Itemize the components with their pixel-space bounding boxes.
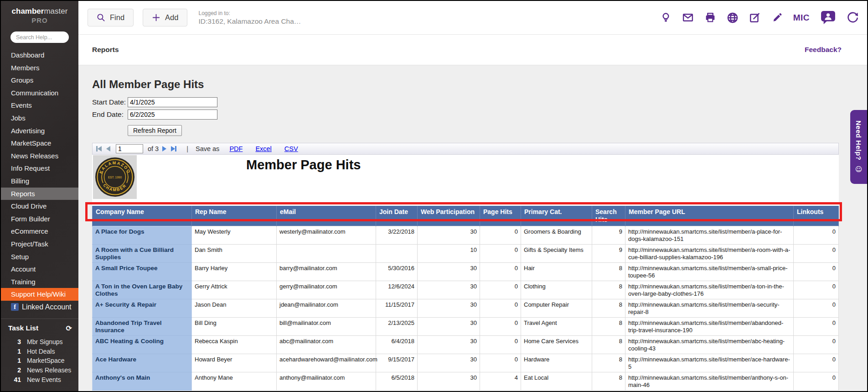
col-header-company-name[interactable]: Company Name	[93, 206, 192, 226]
cell-primary-cat: Gifts & Specialty Items	[521, 245, 592, 263]
cell-web-participation: 30	[418, 336, 480, 354]
sidebar-item-dashboard[interactable]: Dashboard	[1, 49, 78, 62]
page-number-input[interactable]	[116, 144, 143, 153]
cell-search-hits: 9	[592, 226, 625, 245]
cell-rep-name: Jason Dean	[192, 299, 277, 318]
printer-icon[interactable]	[704, 12, 716, 23]
report-content: All Member Page Hits Start Date: End Dat…	[78, 65, 867, 391]
sidebar-item-linked-account[interactable]: f Linked Account	[1, 301, 78, 314]
search-help-input[interactable]	[10, 31, 69, 43]
next-page-button[interactable]	[162, 146, 166, 152]
save-as-link-pdf[interactable]: PDF	[229, 145, 243, 152]
col-header-rep-name[interactable]: Rep Name	[192, 206, 277, 226]
end-date-input[interactable]	[128, 110, 217, 120]
report-document: KALAMAZOO CHAMBER EST. 1990 Member Page …	[92, 155, 839, 392]
col-header-web-participation[interactable]: Web Participation	[418, 206, 480, 226]
sidebar-item-communication[interactable]: Communication	[1, 87, 78, 99]
task-item[interactable]: 2 News Releases	[8, 366, 72, 375]
need-help-label: Need Help?	[855, 120, 863, 161]
cell-primary-cat: Travel Agent	[521, 318, 592, 336]
cell-rep-name: May Westerly	[192, 226, 277, 245]
cell-join-date	[376, 245, 418, 263]
cell-member-page-url: http://minnewaukan.smartcms.site/list/me…	[625, 372, 794, 391]
pager-separator: |	[186, 145, 188, 152]
col-header-primary-cat[interactable]: Primary Cat.	[521, 206, 592, 226]
col-header-search-hits[interactable]: Search Hits	[592, 206, 625, 226]
find-button[interactable]: Find	[88, 9, 134, 26]
first-page-button[interactable]	[96, 146, 102, 152]
task-item[interactable]: 41 New Events	[8, 375, 72, 385]
logo-center-text: EST. 1990	[108, 176, 122, 179]
sidebar-item-setup[interactable]: Setup	[1, 251, 78, 263]
cell-primary-cat: Computer Repair	[521, 299, 592, 318]
save-as-link-excel[interactable]: Excel	[255, 145, 271, 152]
task-item[interactable]: 1 Hot Deals	[8, 347, 72, 356]
save-as-label: Save as	[196, 145, 219, 152]
sidebar-item-reports[interactable]: Reports	[1, 188, 78, 200]
cell-page-hits: 0	[480, 263, 521, 281]
cell-join-date: 6/5/2018	[376, 372, 418, 391]
sidebar-item-project-task[interactable]: Project/Task	[1, 238, 78, 251]
sidebar-item-advertising[interactable]: Advertising	[1, 125, 78, 137]
cell-join-date: 2/13/2025	[376, 318, 418, 336]
col-header-linkouts[interactable]: Linkouts	[794, 206, 839, 226]
task-item-hot-deals: Hot Deals	[27, 347, 55, 356]
cell-linkouts: 0	[794, 354, 839, 372]
sidebar-item-marketspace[interactable]: MarketSpace	[1, 137, 78, 150]
col-header-member-page-url[interactable]: Member Page URL	[625, 206, 794, 226]
cell-member-page-url: http://minnewaukan.smartcms.site/list/me…	[625, 318, 794, 336]
sidebar-item-groups[interactable]: Groups	[1, 74, 78, 87]
pencil-icon[interactable]	[771, 12, 783, 23]
col-header-page-hits[interactable]: Page Hits	[480, 206, 521, 226]
sidebar-item-billing[interactable]: Billing	[1, 175, 78, 188]
sidebar-item-support-help-wiki[interactable]: Support Help/Wiki	[1, 288, 78, 301]
task-refresh-icon[interactable]: ⟳	[66, 324, 72, 333]
prev-page-button[interactable]	[106, 146, 110, 152]
cell-member-page-url: http://minnewaukan.smartcms.site/list/me…	[625, 336, 794, 354]
task-item-mbr-signups: Mbr Signups	[27, 337, 63, 347]
sidebar-item-members[interactable]: Members	[1, 62, 78, 74]
mic-button[interactable]: MIC	[793, 13, 810, 23]
lightbulb-icon[interactable]	[660, 12, 672, 23]
task-item[interactable]: 3 Mbr Signups	[8, 337, 72, 347]
sidebar-item-events[interactable]: Events	[1, 99, 78, 112]
add-button[interactable]: Add	[143, 9, 187, 26]
start-date-input[interactable]	[128, 97, 217, 107]
add-label: Add	[165, 13, 178, 22]
sidebar-item-form-builder[interactable]: Form Builder	[1, 213, 78, 225]
sidebar-item-account[interactable]: Account	[1, 263, 78, 276]
smiley-icon: ☺	[855, 165, 863, 173]
sidebar-item-news-releases[interactable]: News Releases	[1, 150, 78, 162]
cell-member-page-url: http://minnewaukan.smartcms.site/list/me…	[625, 354, 794, 372]
save-as-link-csv[interactable]: CSV	[284, 145, 298, 152]
chat-person-icon[interactable]	[820, 10, 836, 25]
cell-join-date: 11/15/2017	[376, 299, 418, 318]
cell-email: westerly@mailinator.com	[277, 226, 376, 245]
table-row: Ace Hardware Howard Beyer acehardwarehow…	[93, 354, 839, 372]
col-header-join-date[interactable]: Join Date	[376, 206, 418, 226]
sidebar-item-info-request[interactable]: Info Request	[1, 162, 78, 175]
cell-search-hits: 8	[592, 318, 625, 336]
sidebar-item-cloud-drive[interactable]: Cloud Drive	[1, 200, 78, 213]
col-header-email[interactable]: eMail	[277, 206, 376, 226]
envelope-icon[interactable]	[682, 12, 694, 23]
table-header-row: Company Name Rep Name eMail Join Date We…	[93, 206, 839, 226]
compose-icon[interactable]	[749, 12, 761, 24]
refresh-icon[interactable]	[847, 11, 859, 24]
task-count: 41	[8, 375, 21, 385]
table-row: A Room with a Cue Billiard Supplies Dan …	[93, 245, 839, 263]
need-help-tab[interactable]: Need Help? ☺	[850, 110, 867, 184]
sidebar-item-jobs[interactable]: Jobs	[1, 112, 78, 125]
task-item[interactable]: 1 MarketSpace	[8, 356, 72, 366]
cell-page-hits: 4	[480, 372, 521, 391]
sidebar-item-ecommerce[interactable]: eCommerce	[1, 225, 78, 238]
chamber-logo-box: KALAMAZOO CHAMBER EST. 1990	[93, 155, 137, 199]
feedback-link[interactable]: Feedback?	[805, 46, 842, 54]
last-page-button[interactable]	[171, 146, 176, 152]
cell-member-page-url: http://minnewaukan.smartcms.site/list/me…	[625, 299, 794, 318]
refresh-report-button[interactable]: Refresh Report	[128, 125, 182, 136]
cell-web-participation: 30	[418, 263, 480, 281]
globe-icon[interactable]	[727, 12, 739, 24]
sidebar-item-training[interactable]: Training	[1, 276, 78, 288]
end-date-label: End Date:	[92, 110, 128, 119]
